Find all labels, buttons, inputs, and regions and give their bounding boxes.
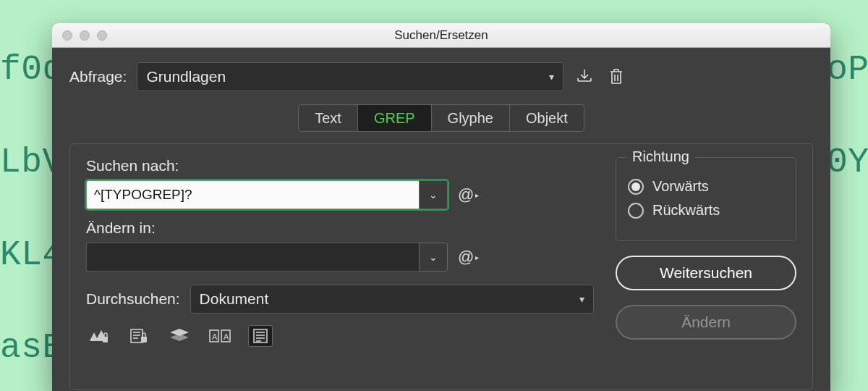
query-dropdown[interactable]: Grundlagen ▾ (137, 62, 563, 91)
tab-grep[interactable]: GREP (357, 104, 432, 132)
direction-title: Richtung (626, 148, 695, 165)
svg-text:A: A (212, 332, 218, 341)
save-query-icon[interactable] (574, 66, 595, 88)
radio-unchecked-icon (628, 203, 644, 219)
search-label: Suchen nach: (86, 157, 594, 175)
search-option-icons: AA (86, 325, 594, 347)
zoom-window-icon[interactable] (97, 30, 107, 41)
find-replace-dialog: Suchen/Ersetzen Abfrage: Grundlagen ▾ (52, 23, 830, 391)
svg-rect-7 (141, 337, 147, 342)
scope-label: Durchsuchen: (86, 290, 180, 308)
chevron-down-icon: ⌄ (429, 251, 438, 263)
tab-text[interactable]: Text (298, 104, 358, 132)
triangle-right-icon: ▸ (475, 191, 479, 199)
minimize-window-icon[interactable] (80, 30, 90, 41)
tab-glyph[interactable]: Glyphe (431, 104, 510, 132)
replace-label: Ändern in: (86, 219, 594, 237)
include-master-pages-icon[interactable]: AA (208, 325, 232, 347)
direction-group: Richtung Vorwärts Rückwärts (616, 157, 796, 241)
svg-text:A: A (224, 332, 229, 341)
replace-field-combo: ⌄ (86, 243, 448, 272)
replace-input[interactable] (86, 243, 419, 272)
delete-query-icon[interactable] (605, 66, 627, 88)
scope-value: Dokument (200, 290, 269, 308)
svg-rect-2 (103, 337, 108, 342)
direction-backward-label: Rückwärts (652, 202, 720, 219)
chevron-down-icon: ▾ (549, 71, 554, 83)
chevron-down-icon: ⌄ (429, 189, 438, 201)
query-value: Grundlagen (146, 68, 226, 85)
triangle-right-icon: ▸ (475, 253, 479, 261)
search-specialchar-button[interactable]: @▸ (458, 185, 479, 204)
svg-rect-3 (131, 329, 142, 342)
search-field-combo: ⌄ (86, 180, 448, 209)
scope-dropdown[interactable]: Dokument ▾ (190, 285, 594, 314)
include-locked-layers-icon[interactable] (86, 325, 111, 347)
radio-checked-icon (628, 179, 644, 195)
find-next-button[interactable]: Weitersuchen (616, 256, 796, 290)
direction-backward-radio[interactable]: Rückwärts (628, 202, 784, 219)
query-label: Abfrage: (69, 68, 127, 85)
window-title: Suchen/Ersetzen (52, 28, 830, 43)
direction-forward-label: Vorwärts (652, 178, 709, 195)
chevron-down-icon: ▾ (579, 293, 584, 305)
window-controls (52, 30, 107, 41)
replace-history-dropdown[interactable]: ⌄ (419, 243, 448, 272)
search-history-dropdown[interactable]: ⌄ (419, 180, 448, 209)
search-input[interactable] (86, 180, 419, 209)
replace-specialchar-button[interactable]: @▸ (458, 248, 479, 266)
change-button[interactable]: Ändern (616, 305, 796, 340)
titlebar[interactable]: Suchen/Ersetzen (52, 23, 830, 48)
include-locked-stories-icon[interactable] (127, 325, 151, 347)
include-hidden-layers-icon[interactable] (167, 325, 192, 347)
mode-tabs: Text GREP Glyphe Objekt (69, 104, 813, 132)
svg-marker-9 (170, 334, 189, 341)
include-footnotes-icon[interactable] (248, 325, 273, 347)
tab-object[interactable]: Objekt (509, 104, 584, 132)
main-panel: Suchen nach: ⌄ @▸ Ändern in: (69, 143, 813, 390)
close-window-icon[interactable] (62, 30, 72, 41)
direction-forward-radio[interactable]: Vorwärts (628, 178, 784, 195)
